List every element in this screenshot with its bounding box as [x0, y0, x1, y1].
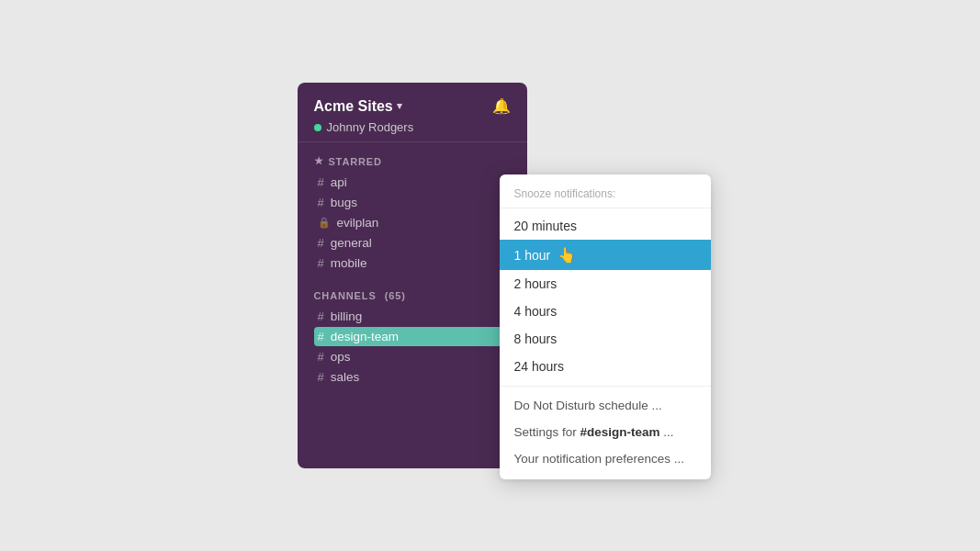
channel-name: ops [331, 350, 351, 364]
dropdown-section-label: Snooze notifications: [500, 182, 711, 208]
dnd-label: Do Not Disturb schedule ... [514, 399, 662, 412]
starred-section-label: ★ STARRED [314, 155, 511, 167]
snooze-option-20min[interactable]: 20 minutes [500, 212, 711, 240]
sidebar-item-evilplan[interactable]: 🔒 evilplan [314, 213, 511, 232]
notification-prefs-label: Your notification preferences ... [514, 452, 685, 466]
channel-name: api [331, 175, 347, 189]
channel-name: general [331, 236, 372, 250]
sidebar-item-api[interactable]: # api [314, 173, 511, 192]
channels-section-label: CHANNELS (65) [314, 290, 511, 301]
snooze-option-8hours[interactable]: 8 hours [500, 325, 711, 353]
lock-icon: 🔒 [318, 217, 331, 229]
hash-icon: # [318, 330, 324, 343]
channels-count: (65) [385, 290, 406, 301]
hash-icon: # [318, 175, 324, 189]
sidebar-item-bugs[interactable]: # bugs [314, 193, 511, 212]
sidebar-item-design-team[interactable]: # design-team [314, 327, 511, 346]
sidebar-item-sales[interactable]: # sales [314, 367, 511, 387]
dropdown-divider [500, 386, 711, 387]
user-status: Johnny Rodgers [314, 120, 511, 134]
star-icon: ★ [314, 155, 324, 167]
settings-label: Settings for #design-team ... [514, 425, 674, 439]
hash-icon: # [318, 370, 324, 384]
bell-icon[interactable]: 🔔 [492, 97, 511, 115]
hash-icon: # [318, 236, 324, 250]
chevron-down-icon: ▾ [397, 100, 402, 112]
workspace-row: Acme Sites ▾ 🔔 [314, 97, 511, 115]
snooze-label: 1 hour [514, 248, 551, 263]
username-label: Johnny Rodgers [327, 120, 414, 134]
notification-prefs-action[interactable]: Your notification preferences ... [500, 445, 711, 472]
channel-name: mobile [331, 256, 367, 270]
channel-name: bugs [331, 196, 357, 209]
sidebar-item-general[interactable]: # general [314, 233, 511, 253]
channel-name: sales [331, 370, 360, 384]
online-status-dot [314, 124, 321, 131]
hash-icon: # [318, 350, 324, 364]
channels-section: CHANNELS (65) # billing # design-team # … [298, 277, 527, 391]
workspace-name[interactable]: Acme Sites ▾ [314, 98, 402, 115]
snooze-label: 24 hours [514, 359, 564, 374]
snooze-label: 8 hours [514, 332, 558, 346]
sidebar-item-mobile[interactable]: # mobile [314, 253, 511, 273]
sidebar-item-billing[interactable]: # billing [314, 307, 511, 326]
channels-label-text: CHANNELS [314, 290, 377, 301]
snooze-option-4hours[interactable]: 4 hours [500, 298, 711, 325]
sidebar: Acme Sites ▾ 🔔 Johnny Rodgers ★ STARRED … [298, 83, 527, 468]
channel-name: evilplan [337, 216, 379, 230]
channel-name: design-team [331, 330, 399, 343]
channel-name: billing [331, 309, 363, 323]
workspace-label: Acme Sites [314, 98, 393, 115]
snooze-option-2hours[interactable]: 2 hours [500, 270, 711, 298]
cursor-pointer-icon: 👆 [558, 246, 576, 264]
snooze-label: 4 hours [514, 304, 558, 319]
starred-label-text: STARRED [328, 156, 382, 167]
starred-section: ★ STARRED # api # bugs 🔒 evilplan # gene… [298, 142, 527, 277]
snooze-option-1hour[interactable]: 1 hour 👆 [500, 240, 711, 270]
settings-channel-action[interactable]: Settings for #design-team ... [500, 419, 711, 445]
snooze-option-24hours[interactable]: 24 hours [500, 353, 711, 380]
sidebar-item-ops[interactable]: # ops [314, 347, 511, 366]
dnd-schedule-action[interactable]: Do Not Disturb schedule ... [500, 392, 711, 419]
snooze-label: 2 hours [514, 276, 558, 291]
hash-icon: # [318, 256, 324, 270]
hash-icon: # [318, 309, 324, 323]
hash-icon: # [318, 196, 324, 209]
sidebar-header: Acme Sites ▾ 🔔 Johnny Rodgers [298, 83, 527, 142]
snooze-label: 20 minutes [514, 219, 577, 233]
snooze-dropdown: Snooze notifications: 20 minutes 1 hour … [500, 174, 711, 479]
